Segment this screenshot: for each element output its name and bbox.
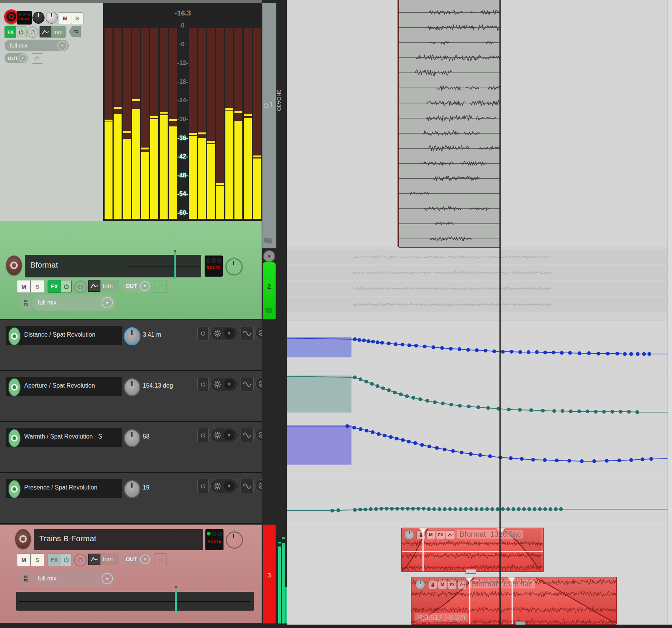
input-select[interactable]: full mix ▼ (32, 295, 116, 311)
output-select[interactable]: OUT ▼ (5, 53, 28, 63)
pan-knob[interactable] (226, 531, 243, 549)
track2-collapse-button[interactable]: ▼ (263, 250, 275, 262)
solo-button[interactable]: S (31, 553, 44, 566)
lane-value-knob[interactable] (124, 378, 140, 396)
trim-envelope-control[interactable]: trim (88, 280, 119, 292)
lane-lfo-button[interactable] (240, 479, 254, 493)
record-arm-button[interactable] (15, 529, 31, 549)
lane-value-knob[interactable] (124, 429, 140, 447)
gear-icon[interactable] (213, 329, 222, 337)
gear-icon[interactable] (213, 482, 222, 490)
trim-envelope-control[interactable]: trim (88, 553, 119, 565)
receive-arrow-button[interactable] (154, 553, 167, 566)
mute-button[interactable]: M (17, 553, 31, 566)
arrange-view[interactable]: M FX Bformat_1326.flac (287, 0, 672, 625)
phase-button[interactable]: ∅ (27, 26, 39, 38)
chevron-down-icon[interactable]: ▼ (224, 430, 234, 440)
lane-lfo-button[interactable] (240, 326, 254, 340)
item-knob[interactable] (415, 580, 425, 590)
volume-fader-handle[interactable] (174, 253, 176, 279)
fade-handle-icon[interactable] (419, 528, 427, 533)
lane-value-knob[interactable] (124, 327, 140, 345)
receive-arrow-button[interactable] (154, 280, 167, 293)
mute-button[interactable]: M (59, 12, 71, 24)
input-fx-badge[interactable]: IN FX (18, 571, 31, 586)
phase-button[interactable]: ∅ (74, 280, 87, 293)
track2-meter-strip[interactable]: 2 (263, 262, 276, 319)
volume-fader-track[interactable] (127, 266, 199, 266)
fade-handle-icon[interactable] (497, 528, 505, 533)
input-select[interactable]: full mix ▼ (5, 40, 69, 51)
track3-meter-strip[interactable]: 3 (263, 525, 276, 623)
phase-button[interactable]: ∅ (74, 554, 87, 566)
chevron-down-icon[interactable]: ▼ (224, 379, 234, 389)
volume-fader-handle[interactable] (175, 589, 177, 614)
item-envelope-button[interactable] (446, 530, 455, 539)
mute-button[interactable]: M (17, 280, 31, 293)
solo-button[interactable]: S (31, 280, 44, 293)
fx-bypass-button[interactable] (61, 554, 71, 566)
gear-icon[interactable] (213, 380, 222, 388)
item-mute-button[interactable]: M (438, 580, 447, 589)
sine-icon (242, 483, 251, 489)
envelope-arm-icon[interactable] (8, 327, 21, 346)
fx-chain-badge[interactable]: FX (69, 26, 81, 37)
chevron-down-icon[interactable]: ▼ (224, 328, 234, 339)
item-lock-button[interactable] (428, 580, 437, 589)
lane-mod-button[interactable] (255, 479, 262, 492)
input-fx-badge[interactable]: IN FX (18, 295, 31, 311)
lane-bypass-button[interactable] (197, 377, 209, 391)
route-button[interactable]: ROUTE (205, 529, 223, 550)
fx-button[interactable]: FX (48, 280, 61, 292)
solo-button[interactable]: S (71, 12, 83, 24)
edit-cursor[interactable] (499, 0, 501, 625)
track-name-field[interactable]: Bformat (25, 255, 201, 277)
item-knob[interactable] (404, 530, 414, 540)
vertical-scrollbar[interactable] (667, 0, 672, 625)
lane-bypass-button[interactable] (197, 326, 209, 340)
envelope-arm-icon[interactable] (8, 378, 21, 397)
fade-handle-icon[interactable] (465, 577, 473, 582)
track1-meter[interactable]: -16.3 -0--6--12--18--24--30--36--42--48-… (103, 3, 262, 221)
record-arm-button[interactable] (4, 9, 18, 24)
fx-button[interactable]: FX (48, 554, 61, 566)
pan-knob[interactable] (32, 12, 45, 24)
media-item[interactable]: M FX Bformat_1326.flac (401, 528, 544, 572)
lane-value-knob[interactable] (124, 480, 140, 498)
gear-icon[interactable] (213, 431, 222, 439)
lane-mod-button[interactable] (255, 428, 262, 441)
fx-button[interactable]: FX (5, 26, 16, 38)
lane-bypass-button[interactable] (197, 479, 209, 493)
lane-lfo-button[interactable] (240, 428, 254, 442)
pan-knob[interactable] (225, 258, 243, 276)
item-stretch-handle[interactable] (465, 569, 476, 574)
record-arm-button[interactable] (6, 256, 22, 275)
route-button[interactable]: ROUT (17, 11, 32, 25)
envelope-arm-icon[interactable] (8, 480, 21, 499)
receive-arrow-button[interactable] (32, 53, 43, 64)
item-fx-button[interactable]: FX (448, 580, 457, 589)
output-select[interactable]: OUT ▼ (122, 553, 151, 565)
media-item[interactable]: M FX Bformat_1326.flac R:0.617 (-8.37) (411, 577, 617, 625)
item-fx-button[interactable]: FX (436, 530, 445, 539)
trim-envelope-control[interactable]: trim (39, 26, 66, 38)
width-knob[interactable] (46, 12, 58, 24)
envelope-arm-icon[interactable] (8, 429, 21, 448)
lane-mod-button[interactable] (255, 326, 262, 339)
chevron-down-icon[interactable]: ▼ (224, 481, 234, 491)
lane-mod-button[interactable] (255, 377, 262, 390)
folder-icon (266, 308, 272, 313)
volume-fader-track[interactable] (16, 592, 254, 611)
output-select[interactable]: OUT ▼ (122, 280, 151, 292)
fade-handle-icon[interactable] (508, 577, 515, 582)
item-stretch-handle[interactable] (516, 621, 526, 625)
fx-bypass-button[interactable] (16, 26, 26, 38)
route-button[interactable]: ROUTE (205, 256, 223, 277)
fx-bypass-button[interactable] (61, 280, 71, 292)
track-name-field[interactable]: Trains B-Format (34, 529, 203, 550)
item-mute-button[interactable]: M (426, 530, 435, 539)
lane-bypass-button[interactable] (197, 428, 209, 442)
lane-lfo-button[interactable] (240, 377, 254, 391)
input-select[interactable]: full mix ▼ (32, 571, 116, 586)
track1-meter-strip[interactable]: 1 (262, 3, 276, 248)
